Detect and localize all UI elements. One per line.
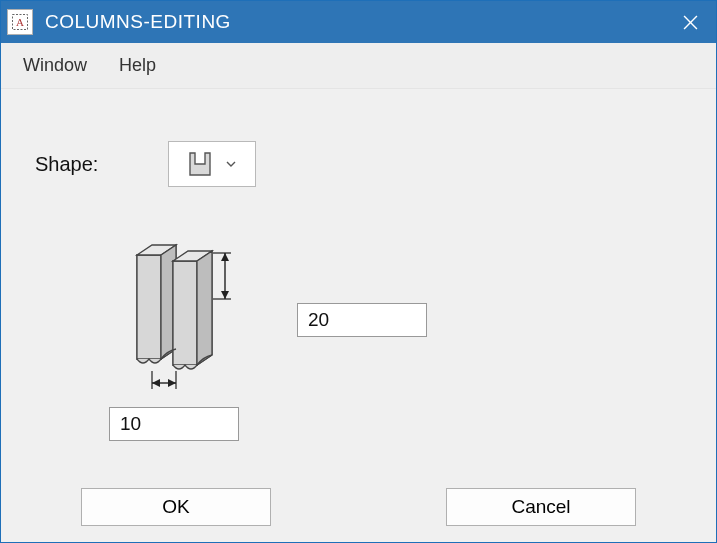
svg-marker-20 bbox=[152, 379, 160, 387]
titlebar: A COLUMNS-EDITING bbox=[1, 1, 716, 43]
menu-help[interactable]: Help bbox=[119, 55, 156, 76]
shape-row: Shape: bbox=[35, 141, 256, 187]
close-icon bbox=[683, 15, 698, 30]
column-diagram bbox=[119, 237, 279, 397]
window-title: COLUMNS-EDITING bbox=[45, 11, 664, 33]
shape-label: Shape: bbox=[35, 153, 98, 176]
height-input[interactable] bbox=[297, 303, 427, 337]
width-input[interactable] bbox=[109, 407, 239, 441]
svg-marker-15 bbox=[221, 253, 229, 261]
svg-marker-16 bbox=[221, 291, 229, 299]
chevron-down-icon bbox=[225, 160, 237, 168]
button-row: OK Cancel bbox=[1, 488, 716, 526]
menubar: Window Help bbox=[1, 43, 716, 89]
svg-marker-11 bbox=[197, 251, 212, 365]
close-button[interactable] bbox=[664, 1, 716, 43]
ok-button[interactable]: OK bbox=[81, 488, 271, 526]
svg-text:A: A bbox=[16, 16, 24, 28]
svg-marker-21 bbox=[168, 379, 176, 387]
cancel-button[interactable]: Cancel bbox=[446, 488, 636, 526]
menu-window[interactable]: Window bbox=[23, 55, 87, 76]
client-area: Shape: bbox=[1, 89, 716, 542]
shape-dropdown[interactable] bbox=[168, 141, 256, 187]
svg-marker-5 bbox=[137, 255, 161, 359]
shape-u-icon bbox=[187, 150, 213, 178]
svg-marker-9 bbox=[173, 261, 197, 365]
app-icon: A bbox=[7, 9, 33, 35]
dialog-window: A COLUMNS-EDITING Window Help Shape: bbox=[0, 0, 717, 543]
